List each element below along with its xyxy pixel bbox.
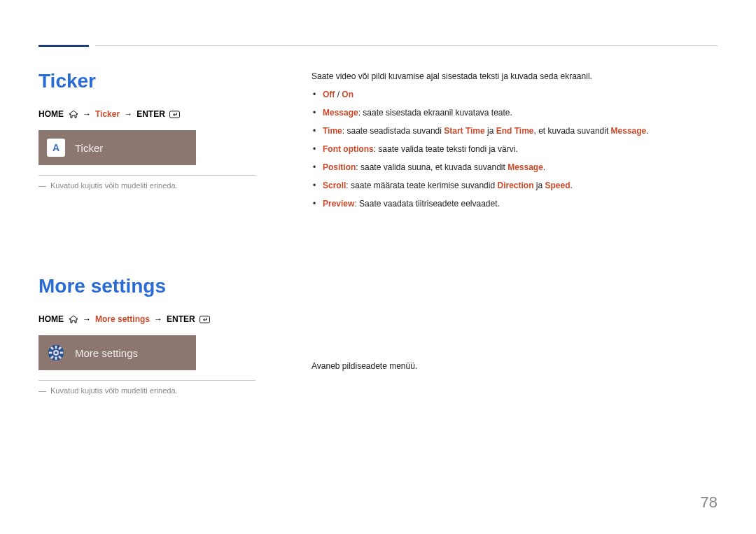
ticker-bullet-list: Off / On Message: saate sisestada ekraan… xyxy=(312,88,718,210)
svg-point-12 xyxy=(55,351,57,354)
tile-more-settings: More settings xyxy=(38,335,196,370)
home-icon xyxy=(68,315,78,323)
home-icon xyxy=(68,110,78,118)
caption-text: Kuvatud kujutis võib mudeliti erineda. xyxy=(50,181,178,190)
section-more-settings: More settings HOME → More settings → ENT… xyxy=(38,275,276,395)
bullet-scroll: Scroll: saate määrata teate kerimise suv… xyxy=(312,179,718,192)
key-font-options: Font options xyxy=(323,144,374,154)
t: ja xyxy=(534,181,545,190)
right-column: Saate video või pildi kuvamise ajal sise… xyxy=(312,70,718,399)
enter-icon xyxy=(200,315,210,323)
key-direction: Direction xyxy=(497,181,533,190)
key-message-ref: Message xyxy=(507,162,543,172)
tile-ticker-icon: A xyxy=(47,139,65,157)
columns: Ticker HOME → Ticker → ENTER A Ticker xyxy=(38,70,718,399)
page: Ticker HOME → Ticker → ENTER A Ticker xyxy=(0,0,756,534)
caption-ticker: ― Kuvatud kujutis võib mudeliti erineda. xyxy=(38,181,276,190)
svg-rect-4 xyxy=(55,346,57,349)
caption-more-settings: ― Kuvatud kujutis võib mudeliti erineda. xyxy=(38,386,276,395)
t: : saate määrata teate kerimise suvandid xyxy=(346,181,497,190)
breadcrumb-arrow: → xyxy=(83,314,91,324)
bullet-text: : Saate vaadata tiitriseadete eelvaadet. xyxy=(354,199,499,209)
left-column: Ticker HOME → Ticker → ENTER A Ticker xyxy=(38,70,276,399)
breadcrumb-current: Ticker xyxy=(95,109,120,119)
tile-ticker: A Ticker xyxy=(38,130,196,165)
on-label: On xyxy=(342,90,354,99)
off-label: Off xyxy=(323,90,335,99)
bullet-preview: Preview: Saate vaadata tiitriseadete eel… xyxy=(312,197,718,210)
bullet-message: Message: saate sisestada ekraanil kuvata… xyxy=(312,106,718,119)
more-settings-intro: Avaneb pildiseadete menüü. xyxy=(312,361,718,371)
caption-dash: ― xyxy=(38,181,46,190)
divider xyxy=(38,380,255,381)
breadcrumb-home-label: HOME xyxy=(38,109,64,119)
bullet-position: Position: saate valida suuna, et kuvada … xyxy=(312,161,718,174)
breadcrumb-arrow: → xyxy=(124,109,132,119)
key-message-ref: Message xyxy=(611,126,647,136)
breadcrumb-arrow: → xyxy=(154,314,162,324)
key-start-time: Start Time xyxy=(444,126,484,136)
tile-ticker-label: Ticker xyxy=(75,142,103,154)
gear-icon xyxy=(47,344,65,362)
t: : saate valida suuna, et kuvada suvandit xyxy=(356,162,507,172)
bullet-time: Time: saate seadistada suvandi Start Tim… xyxy=(312,125,718,137)
t: , et kuvada suvandit xyxy=(534,126,611,136)
bullet-text: : saate sisestada ekraanil kuvatava teat… xyxy=(358,108,512,118)
divider xyxy=(38,175,255,176)
svg-rect-5 xyxy=(55,357,57,360)
enter-icon xyxy=(169,110,180,118)
section-title-more-settings: More settings xyxy=(38,275,276,297)
slash: / xyxy=(335,90,342,99)
t: . xyxy=(646,126,648,136)
breadcrumb-ticker: HOME → Ticker → ENTER xyxy=(38,109,276,119)
breadcrumb-current: More settings xyxy=(95,314,150,324)
key-end-time: End Time xyxy=(496,126,534,136)
breadcrumb-more-settings: HOME → More settings → ENTER xyxy=(38,314,276,324)
t: : saate seadistada suvandi xyxy=(342,126,444,136)
t: . xyxy=(570,181,573,190)
bullet-text: : saate valida teate teksti fondi ja vär… xyxy=(374,144,518,154)
key-time: Time xyxy=(323,126,342,136)
caption-text: Kuvatud kujutis võib mudeliti erineda. xyxy=(50,386,178,395)
t: ja xyxy=(485,126,496,136)
bullet-font-options: Font options: saate valida teate teksti … xyxy=(312,143,718,155)
bullet-off-on: Off / On xyxy=(312,88,718,101)
header-rule xyxy=(95,45,718,46)
caption-dash: ― xyxy=(38,386,46,395)
breadcrumb-home-label: HOME xyxy=(38,314,64,324)
t: . xyxy=(543,162,545,172)
key-speed: Speed xyxy=(545,181,570,190)
page-number: 78 xyxy=(701,493,718,512)
svg-rect-7 xyxy=(60,352,64,354)
ticker-intro: Saate video või pildi kuvamise ajal sise… xyxy=(312,71,718,81)
tile-icon-letter: A xyxy=(52,142,59,153)
breadcrumb-enter-label: ENTER xyxy=(136,109,165,119)
key-preview: Preview xyxy=(323,199,354,209)
svg-rect-6 xyxy=(49,352,52,354)
tile-more-settings-label: More settings xyxy=(75,347,138,359)
breadcrumb-arrow: → xyxy=(83,109,91,119)
section-title-ticker: Ticker xyxy=(38,70,276,92)
key-position: Position xyxy=(323,162,356,172)
breadcrumb-enter-label: ENTER xyxy=(167,314,195,324)
header-accent-bar xyxy=(38,45,89,47)
key-scroll: Scroll xyxy=(323,181,346,190)
key-message: Message xyxy=(323,108,358,118)
